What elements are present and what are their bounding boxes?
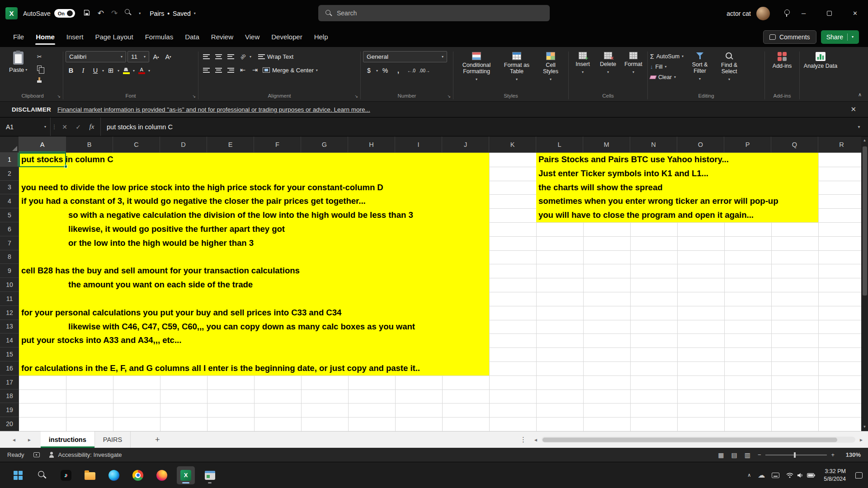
accounting-format-button[interactable]: $ — [363, 65, 375, 76]
tab-formulas[interactable]: Formulas — [139, 27, 179, 47]
row-header-8[interactable]: 8 — [0, 250, 19, 264]
conditional-formatting-button[interactable]: Conditional Formatting▾ — [456, 50, 497, 83]
column-header-A[interactable]: A — [19, 136, 66, 153]
accessibility-status[interactable]: Accessibility: Investigate — [49, 451, 122, 458]
wrap-text-button[interactable]: Wrap Text — [258, 53, 293, 60]
cell-B5[interactable]: so with a negative calculation the divis… — [68, 208, 413, 222]
redo-button[interactable]: ↷ — [111, 9, 118, 17]
align-left-button[interactable] — [201, 65, 212, 75]
cell-B10[interactable]: the amount you want on each side of the … — [68, 278, 253, 292]
avatar[interactable] — [756, 7, 770, 20]
row-header-17[interactable]: 17 — [0, 375, 19, 389]
selected-cell-outline[interactable] — [19, 153, 66, 167]
share-button[interactable]: Share ▾ — [821, 30, 859, 44]
column-header-F[interactable]: F — [254, 136, 301, 153]
insert-function-button[interactable]: fx — [85, 123, 99, 131]
column-header-O[interactable]: O — [677, 136, 724, 153]
start-button[interactable] — [9, 466, 27, 484]
underline-button[interactable]: U — [90, 65, 101, 76]
fill-button[interactable]: ↓Fill▾ — [650, 62, 684, 71]
zoom-track[interactable] — [765, 455, 827, 455]
record-macro-button[interactable] — [33, 452, 40, 457]
merge-center-button[interactable]: Merge & Center▾ — [263, 67, 318, 74]
next-sheet-button[interactable]: ► — [27, 437, 32, 442]
increase-indent-button[interactable]: ⇥ — [250, 65, 260, 75]
cell-L3[interactable]: the charts will show the spread — [538, 181, 662, 195]
row-header-4[interactable]: 4 — [0, 194, 19, 208]
sheet-options-kebab[interactable]: ⋮ — [520, 436, 527, 444]
disclaimer-link[interactable]: Financial market information is provided… — [57, 106, 370, 113]
scroll-left-icon[interactable]: ◄ — [533, 437, 538, 442]
close-button[interactable]: ✕ — [842, 0, 868, 27]
tab-help[interactable]: Help — [308, 27, 334, 47]
align-center-button[interactable] — [213, 65, 224, 75]
cell-L4[interactable]: sometimes when you enter wrong ticker an… — [538, 194, 778, 208]
taskbar-app-button[interactable] — [201, 466, 219, 484]
user-name[interactable]: actor cat — [726, 10, 751, 17]
taskbar-chrome-button[interactable] — [129, 466, 147, 484]
row-header-11[interactable]: 11 — [0, 292, 19, 306]
expand-formula-bar-button[interactable]: ▾ — [850, 124, 868, 129]
tab-data[interactable]: Data — [179, 27, 205, 47]
column-header-H[interactable]: H — [348, 136, 395, 153]
row-header-1[interactable]: 1 — [0, 153, 19, 167]
number-dialog-launcher[interactable]: ↘ — [447, 93, 451, 100]
taskbar-explorer-button[interactable] — [81, 466, 99, 484]
save-button[interactable] — [83, 9, 90, 18]
column-header-Q[interactable]: Q — [771, 136, 818, 153]
align-top-button[interactable] — [201, 51, 212, 62]
clear-button[interactable]: Clear▾ — [650, 73, 684, 81]
cell-A4[interactable]: if you had a constant of 3, it would go … — [21, 194, 366, 208]
row-header-18[interactable]: 18 — [0, 389, 19, 404]
find-button[interactable] — [125, 9, 132, 18]
scroll-down-icon[interactable]: ▼ — [861, 423, 868, 431]
minimize-button[interactable]: ─ — [791, 0, 816, 27]
find-select-button[interactable]: Find & Select▾ — [716, 50, 742, 83]
onedrive-icon[interactable]: ☁ — [758, 471, 765, 479]
scroll-up-icon[interactable]: ▲ — [861, 136, 868, 145]
cell-B6[interactable]: likewise, it would go positive the furth… — [68, 222, 285, 236]
format-cells-button[interactable]: Format▾ — [622, 50, 645, 75]
borders-button[interactable]: ⊞ — [105, 65, 116, 76]
comma-style-button[interactable]: , — [392, 65, 404, 76]
row-header-15[interactable]: 15 — [0, 347, 19, 361]
taskbar-edge-button[interactable] — [105, 466, 123, 484]
column-header-P[interactable]: P — [724, 136, 771, 153]
row-header-13[interactable]: 13 — [0, 320, 19, 334]
pin-button[interactable] — [776, 9, 791, 18]
row-header-2[interactable]: 2 — [0, 167, 19, 181]
taskbar-search-button[interactable] — [33, 466, 51, 484]
column-header-N[interactable]: N — [630, 136, 677, 153]
zoom-out-button[interactable]: − — [758, 451, 761, 458]
decrease-font-button[interactable]: A▾ — [163, 52, 174, 62]
customize-toolbar-button[interactable]: ▾ — [139, 11, 141, 15]
zoom-thumb[interactable] — [794, 452, 796, 458]
column-header-L[interactable]: L — [536, 136, 583, 153]
row-header-5[interactable]: 5 — [0, 208, 19, 222]
addins-button[interactable]: Add-ins — [771, 50, 793, 69]
row-header-12[interactable]: 12 — [0, 306, 19, 320]
analyze-data-button[interactable]: Analyze Data — [802, 50, 839, 69]
tab-page-layout[interactable]: Page Layout — [89, 27, 139, 47]
cell-A16[interactable]: for calculations in the E, F, and G colu… — [21, 361, 420, 375]
row-header-3[interactable]: 3 — [0, 181, 19, 195]
cell-A9[interactable]: cell B28 has the buy and sell amount for… — [21, 264, 300, 278]
delete-cells-button[interactable]: Delete▾ — [596, 50, 620, 75]
page-layout-view-button[interactable]: ▤ — [731, 451, 737, 459]
cut-button[interactable]: ✂ — [33, 52, 45, 61]
font-name-select[interactable]: Calibri▾ — [66, 51, 126, 62]
horizontal-scrollbar[interactable]: ◄ ► — [533, 437, 863, 443]
tab-insert[interactable]: Insert — [61, 27, 90, 47]
align-middle-button[interactable] — [213, 51, 224, 62]
tab-view[interactable]: View — [239, 27, 265, 47]
row-header-16[interactable]: 16 — [0, 361, 19, 375]
clipboard-dialog-launcher[interactable]: ↘ — [57, 93, 61, 100]
cell-A3[interactable]: you need to divide the low price stock i… — [21, 181, 383, 195]
align-bottom-button[interactable] — [225, 51, 236, 62]
add-sheet-button[interactable]: + — [151, 434, 163, 446]
normal-view-button[interactable]: ▦ — [718, 451, 724, 459]
column-header-E[interactable]: E — [207, 136, 254, 153]
row-header-14[interactable]: 14 — [0, 333, 19, 347]
tab-review[interactable]: Review — [205, 27, 239, 47]
font-size-select[interactable]: 11▾ — [127, 51, 149, 62]
